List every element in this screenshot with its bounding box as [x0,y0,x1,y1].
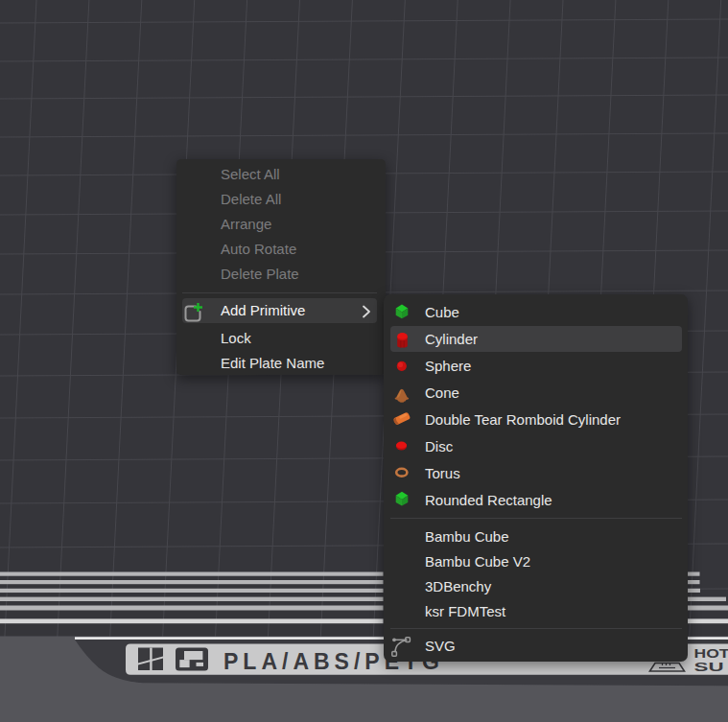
svg-text:HOT: HOT [694,647,728,661]
svg-text:SU: SU [694,661,724,674]
